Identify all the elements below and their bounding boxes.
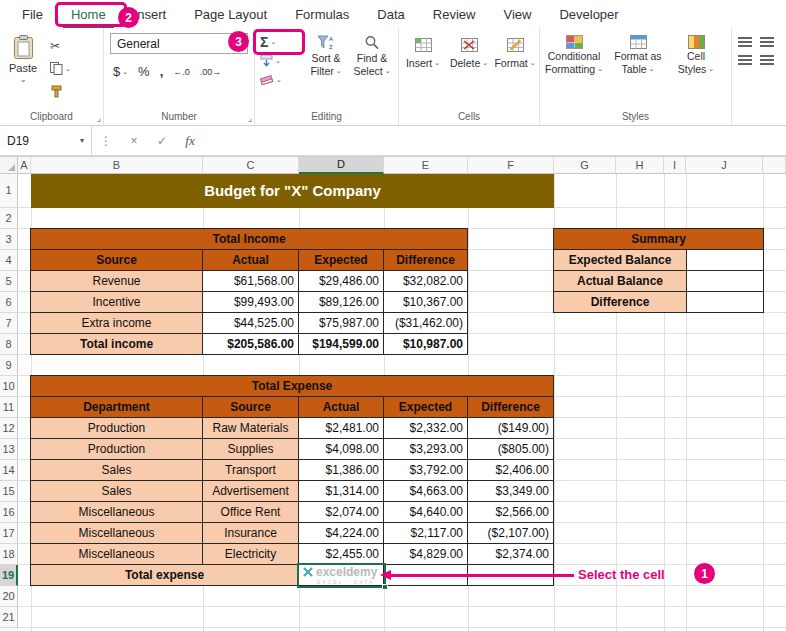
cell[interactable]: ($805.00): [468, 439, 554, 460]
tab-page-layout[interactable]: Page Layout: [180, 0, 281, 28]
formula-input[interactable]: [204, 126, 786, 155]
cell-grid[interactable]: Budget for "X" Company Total Income Sour…: [18, 174, 786, 631]
cell[interactable]: Source: [31, 250, 203, 271]
cell[interactable]: $4,098.00: [299, 439, 384, 460]
row-header-1[interactable]: 1: [0, 174, 18, 208]
column-header-i[interactable]: I: [664, 157, 686, 174]
cell[interactable]: Production: [31, 439, 203, 460]
row-header-2[interactable]: 2: [0, 208, 18, 229]
cell[interactable]: Electricity: [203, 544, 299, 565]
row-header-16[interactable]: 16: [0, 502, 18, 523]
insert-function-button[interactable]: fx: [176, 126, 204, 155]
tab-developer[interactable]: Developer: [545, 0, 632, 28]
cell[interactable]: $4,640.00: [384, 502, 468, 523]
cell[interactable]: $32,082.00: [384, 271, 468, 292]
copy-button[interactable]: ⌄: [48, 59, 73, 78]
cell[interactable]: Actual Balance: [554, 271, 687, 292]
cell[interactable]: $2,455.00: [299, 544, 384, 565]
cell[interactable]: $2,406.00: [468, 460, 554, 481]
dialog-launcher-icon[interactable]: ⌟: [248, 114, 252, 123]
cell[interactable]: $99,493.00: [203, 292, 299, 313]
row-header-13[interactable]: 13: [0, 439, 18, 460]
format-painter-button[interactable]: [48, 82, 73, 101]
column-header-j[interactable]: J: [686, 157, 763, 174]
column-header-h[interactable]: H: [616, 157, 664, 174]
cell[interactable]: Expected: [384, 397, 468, 418]
cell[interactable]: Miscellaneous: [31, 502, 203, 523]
row-header-14[interactable]: 14: [0, 460, 18, 481]
cell[interactable]: ($2,107.00): [468, 523, 554, 544]
column-header-b[interactable]: B: [31, 157, 203, 174]
cell[interactable]: Sales: [31, 481, 203, 502]
format-cells-button[interactable]: Format⌄: [494, 31, 536, 108]
cell[interactable]: Total expense: [31, 565, 299, 586]
tab-review[interactable]: Review: [419, 0, 490, 28]
cell[interactable]: Raw Materials: [203, 418, 299, 439]
cell[interactable]: Expected Balance: [554, 250, 687, 271]
cell[interactable]: Office Rent: [203, 502, 299, 523]
cell[interactable]: $10,367.00: [384, 292, 468, 313]
cell[interactable]: Actual: [299, 397, 384, 418]
tab-formulas[interactable]: Formulas: [281, 0, 363, 28]
expense-table-title[interactable]: Total Expense: [31, 376, 554, 397]
cell[interactable]: Total income: [31, 334, 203, 355]
column-header-d[interactable]: D: [299, 157, 384, 174]
cell[interactable]: Department: [31, 397, 203, 418]
cell[interactable]: Advertisement: [203, 481, 299, 502]
dialog-launcher-icon[interactable]: ⌟: [97, 114, 101, 123]
cell[interactable]: $3,293.00: [384, 439, 468, 460]
cell[interactable]: $29,486.00: [299, 271, 384, 292]
cell[interactable]: ($149.00): [468, 418, 554, 439]
row-header-6[interactable]: 6: [0, 292, 18, 313]
column-header-c[interactable]: C: [203, 157, 299, 174]
row-header-15[interactable]: 15: [0, 481, 18, 502]
cell[interactable]: [687, 271, 764, 292]
cell[interactable]: $44,525.00: [203, 313, 299, 334]
column-header-a[interactable]: A: [18, 157, 31, 174]
format-as-table-button[interactable]: Format as Table⌄: [607, 30, 669, 108]
row-header-8[interactable]: 8: [0, 334, 18, 355]
find-select-button[interactable]: Find & Select⌄: [349, 31, 395, 108]
select-all-corner[interactable]: [0, 157, 18, 174]
row-header-5[interactable]: 5: [0, 271, 18, 292]
cell[interactable]: $61,568.00: [203, 271, 299, 292]
cell[interactable]: $89,126.00: [299, 292, 384, 313]
cell[interactable]: $2,332.00: [384, 418, 468, 439]
cell[interactable]: Difference: [384, 250, 468, 271]
row-header-12[interactable]: 12: [0, 418, 18, 439]
cell[interactable]: $2,566.00: [468, 502, 554, 523]
cell[interactable]: Actual: [203, 250, 299, 271]
alignment-lines-icon[interactable]: [738, 55, 752, 65]
cell-styles-button[interactable]: Cell Styles⌄: [671, 30, 721, 108]
column-header-f[interactable]: F: [468, 157, 554, 174]
percent-style-button[interactable]: %: [138, 64, 150, 79]
cell[interactable]: $4,224.00: [299, 523, 384, 544]
alignment-lines-icon[interactable]: [738, 37, 752, 47]
delete-cells-button[interactable]: Delete⌄: [448, 31, 490, 108]
column-header-g[interactable]: G: [554, 157, 616, 174]
name-box[interactable]: D19 ▾: [0, 126, 92, 155]
cell[interactable]: $1,386.00: [299, 460, 384, 481]
summary-table-title[interactable]: Summary: [554, 229, 764, 250]
row-header-18[interactable]: 18: [0, 544, 18, 565]
cancel-icon[interactable]: ×: [120, 126, 148, 155]
row-header-19[interactable]: 19: [0, 565, 18, 586]
cell[interactable]: Transport: [203, 460, 299, 481]
row-header-21[interactable]: 21: [0, 607, 18, 628]
alignment-lines-icon[interactable]: [760, 37, 774, 47]
cell[interactable]: [687, 292, 764, 313]
cell[interactable]: Miscellaneous: [31, 544, 203, 565]
cell[interactable]: $205,586.00: [203, 334, 299, 355]
cell[interactable]: Incentive: [31, 292, 203, 313]
cell[interactable]: $1,314.00: [299, 481, 384, 502]
row-header-7[interactable]: 7: [0, 313, 18, 334]
insert-cells-button[interactable]: Insert⌄: [402, 31, 444, 108]
column-header-e[interactable]: E: [384, 157, 468, 174]
cell[interactable]: Expected: [299, 250, 384, 271]
tab-file[interactable]: File: [8, 0, 57, 28]
clear-button[interactable]: ⌄: [258, 70, 303, 89]
cell[interactable]: $2,074.00: [299, 502, 384, 523]
cell[interactable]: Source: [203, 397, 299, 418]
cell[interactable]: Difference: [468, 397, 554, 418]
cell[interactable]: Sales: [31, 460, 203, 481]
